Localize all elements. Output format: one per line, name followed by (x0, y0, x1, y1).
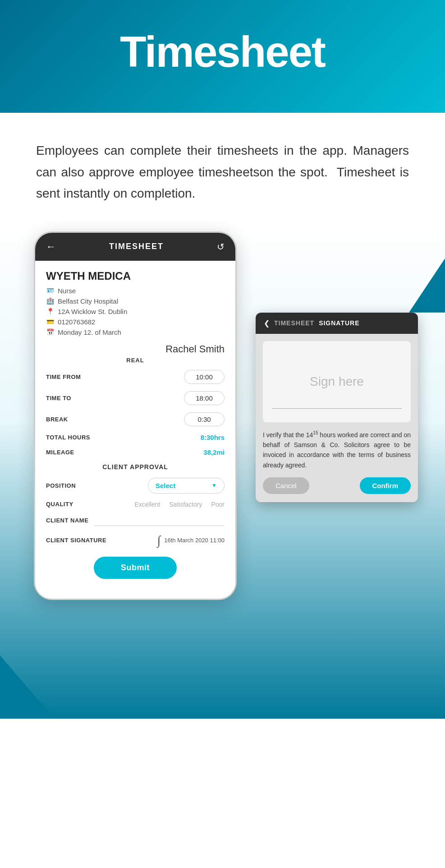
break-value[interactable]: 0:30 (184, 412, 225, 426)
time-from-row: TIME FROM 10:00 (46, 370, 225, 384)
position-select-text: Select (156, 482, 175, 489)
sig-panel-title-active: SIGNATURE (319, 319, 359, 327)
signature-draw-area[interactable]: Sign here (263, 341, 411, 422)
phone-body: WYETH MEDICA 🪪 Nurse 🏥 Belfast City Hosp… (35, 261, 235, 599)
id-icon: 💳 (46, 318, 54, 325)
real-label: REAL (46, 357, 225, 364)
quality-satisfactory[interactable]: Satisfactory (169, 501, 202, 508)
location-icon: 📍 (46, 308, 54, 315)
hospital-icon: 🏥 (46, 297, 54, 305)
break-row: BREAK 0:30 (46, 412, 225, 426)
main-phone: ← TIMESHEET ↺ WYETH MEDICA 🪪 Nurse 🏥 Bel… (34, 231, 237, 600)
header-section: Timesheet (0, 0, 445, 113)
sig-verify-text: I verify that the 1415 hours worked are … (256, 429, 418, 477)
signature-scribble: ∫ (157, 533, 161, 548)
employee-name: Rachel Smith (46, 343, 225, 355)
position-dropdown-arrow: ▼ (211, 482, 217, 489)
info-row-hospital: 🏥 Belfast City Hospital (46, 297, 225, 305)
sig-panel-back-button[interactable]: ❮ (264, 319, 270, 328)
position-label: POSITION (46, 482, 76, 489)
client-name-input[interactable] (94, 515, 225, 526)
mileage-label: MILEAGE (46, 449, 74, 456)
phone-area: ← TIMESHEET ↺ WYETH MEDICA 🪪 Nurse 🏥 Bel… (0, 222, 445, 719)
position-row: POSITION Select ▼ (46, 478, 225, 494)
sig-panel-title-inactive: TIMESHEET (274, 319, 314, 327)
quality-excellent[interactable]: Excellent (134, 501, 160, 508)
page-title: Timesheet (18, 27, 427, 77)
info-row-id: 💳 0120763682 (46, 318, 225, 326)
calendar-icon: 📅 (46, 328, 54, 336)
date-text: Monday 12. of March (58, 328, 121, 336)
mileage-value: 38,2mi (203, 448, 225, 456)
role-text: Nurse (58, 287, 76, 295)
total-hours-row: TOTAL HOURS 8:30hrs (46, 434, 225, 441)
info-row-address: 📍 12A Wicklow St. Dublin (46, 308, 225, 315)
sig-panel-header: ❮ TIMESHEET SIGNATURE (256, 313, 418, 334)
company-name: WYETH MEDICA (46, 270, 225, 282)
teal-corner-top-right (409, 259, 445, 313)
info-row-role: 🪪 Nurse (46, 287, 225, 295)
role-icon: 🪪 (46, 287, 54, 294)
position-select[interactable]: Select ▼ (148, 478, 225, 494)
sig-cancel-button[interactable]: Cancel (263, 477, 309, 494)
client-signature-row: CLIENT SIGNATURE ∫ 16th March 2020 11:00 (46, 533, 225, 548)
sig-placeholder-text: Sign here (310, 374, 364, 389)
address-text: 12A Wicklow St. Dublin (58, 308, 127, 315)
mileage-row: MILEAGE 38,2mi (46, 448, 225, 456)
signature-panel: ❮ TIMESHEET SIGNATURE Sign here I verify… (256, 313, 418, 502)
info-row-date: 📅 Monday 12. of March (46, 328, 225, 336)
time-to-row: TIME TO 18:00 (46, 391, 225, 405)
time-to-value[interactable]: 18:00 (184, 391, 225, 405)
quality-row: QUALITY Excellent Satisfactory Poor (46, 501, 225, 508)
description-section: Employees can complete their timesheets … (0, 113, 445, 222)
sig-confirm-button[interactable]: Confirm (360, 477, 411, 494)
client-signature-value: ∫ 16th March 2020 11:00 (157, 533, 225, 548)
quality-options: Excellent Satisfactory Poor (134, 501, 225, 508)
time-to-label: TIME TO (46, 395, 71, 402)
back-button[interactable]: ← (46, 241, 56, 253)
description-text: Employees can complete their timesheets … (36, 140, 409, 204)
signature-date: 16th March 2020 11:00 (164, 537, 225, 544)
refresh-icon[interactable]: ↺ (217, 241, 225, 252)
time-from-value[interactable]: 10:00 (184, 370, 225, 384)
phone-nav-bar: ← TIMESHEET ↺ (35, 233, 235, 261)
sig-baseline (272, 408, 402, 409)
id-text: 0120763682 (58, 318, 95, 326)
client-name-row: CLIENT NAME (46, 515, 225, 526)
time-from-label: TIME FROM (46, 374, 81, 380)
teal-corner-bottom-left (0, 628, 54, 719)
sig-buttons: Cancel Confirm (256, 477, 418, 502)
quality-poor[interactable]: Poor (211, 501, 225, 508)
submit-button[interactable]: Submit (94, 557, 177, 579)
break-label: BREAK (46, 416, 68, 423)
client-approval-label: CLIENT APPROVAL (46, 463, 225, 471)
quality-label: QUALITY (46, 501, 73, 508)
sig-superscript: 15 (313, 430, 318, 435)
total-hours-label: TOTAL HOURS (46, 434, 90, 441)
phone-screen-title: TIMESHEET (109, 242, 164, 251)
hospital-text: Belfast City Hospital (58, 297, 118, 305)
client-name-label: CLIENT NAME (46, 517, 88, 524)
total-hours-value: 8:30hrs (201, 434, 225, 441)
client-signature-label: CLIENT SIGNATURE (46, 537, 106, 544)
